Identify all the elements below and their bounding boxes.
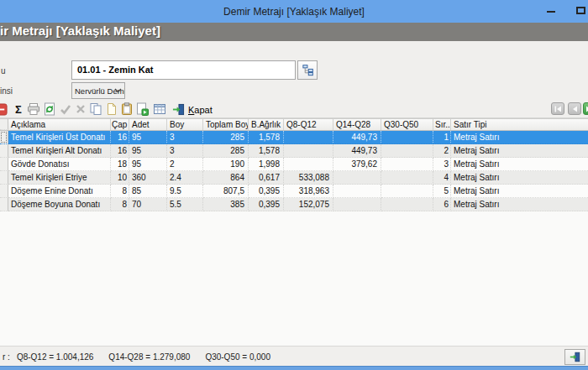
cell-q8-q12: 318,963 (284, 185, 333, 198)
window-title: Demir Metrajı [Yaklaşık Maliyet] (223, 6, 365, 18)
section-label-fragment: u (1, 66, 6, 76)
cell-sira: 5 (433, 185, 451, 198)
cell-boy: 2.4 (167, 171, 203, 185)
cell-aciklama: Döşeme Boyuna Donatı (8, 198, 111, 211)
section-input[interactable]: 01.01 - Zemin Kat (71, 60, 296, 80)
column-header-boy[interactable]: Boy (167, 119, 203, 130)
cell-sira: 4 (433, 171, 451, 185)
cell-adet: 95 (129, 144, 167, 158)
cell-adet: 85 (129, 185, 167, 198)
header-indicator-cell (0, 119, 8, 130)
column-header-b-agirlik[interactable]: B.Ağrlık (249, 119, 284, 130)
paste-button[interactable] (120, 102, 134, 116)
apply-button[interactable] (59, 102, 72, 116)
table-row[interactable]: Temel Kirişleri Alt Donatı 16 95 3 285 1… (0, 144, 588, 158)
cell-toplam-boy: 385 (203, 198, 249, 211)
section-browse-button[interactable] (297, 60, 318, 80)
cell-q14-q28: 449,73 (333, 131, 381, 144)
column-header-aciklama[interactable]: Açıklama (8, 119, 111, 130)
export-button[interactable] (135, 102, 149, 116)
cell-toplam-boy: 285 (203, 144, 249, 158)
page-header: ir Metrajı [Yaklaşık Maliyet] (0, 23, 588, 41)
cell-aciklama: Döşeme Enine Donatı (8, 185, 111, 198)
kapat-button[interactable]: Kapat (170, 102, 215, 117)
totals-prefix: r : (3, 352, 10, 362)
exit-door-icon (172, 103, 185, 116)
cancel-button[interactable] (74, 102, 87, 116)
close-panel-button[interactable] (564, 349, 585, 365)
total-q14-q28: Q14-Q28 = 1.279,080 (108, 352, 190, 362)
table-row[interactable]: Temel Kirişleri Üst Donatı 16 95 3 285 1… (0, 131, 588, 144)
table-row[interactable]: Döşeme Boyuna Donatı 8 70 5.5 385 0,395 … (0, 198, 588, 211)
new-page-icon (105, 102, 118, 116)
cell-cap: 8 (111, 198, 129, 211)
cell-sira: 6 (433, 198, 451, 211)
export-icon (135, 102, 149, 116)
table-button[interactable] (153, 102, 166, 116)
cell-toplam-boy: 807,5 (203, 185, 249, 198)
column-header-q8-q12[interactable]: Q8-Q12 (284, 119, 333, 130)
cell-adet: 95 (129, 158, 167, 171)
cell-q30-q50 (381, 158, 433, 171)
cell-b-agirlik: 0,395 (249, 198, 284, 211)
minimize-button[interactable] (544, 4, 558, 18)
row-indicator-cell (0, 144, 8, 158)
cell-q8-q12 (284, 131, 333, 144)
table-row[interactable]: Gövde Donatısı 18 95 2 190 1,998 379,62 … (0, 158, 588, 171)
maximize-button[interactable] (574, 4, 587, 18)
cell-satir-tipi: Metraj Satırı (451, 171, 588, 185)
cell-sira: 3 (433, 158, 451, 171)
table-row[interactable]: Döşeme Enine Donatı 8 85 9.5 807,5 0,395… (0, 185, 588, 198)
print-button[interactable] (27, 102, 40, 116)
cell-satir-tipi: Metraj Satırı (451, 198, 588, 211)
cell-q8-q12: 152,075 (284, 198, 333, 211)
paste-icon (120, 102, 134, 116)
cell-cap: 10 (111, 171, 129, 185)
copy-button[interactable] (89, 102, 102, 116)
page-title: ir Metrajı [Yaklaşık Maliyet] (0, 23, 160, 38)
apply-icon (59, 102, 72, 116)
table-row[interactable]: Temel Kirişleri Etriye 10 360 2.4 864 0,… (0, 171, 588, 185)
cell-q8-q12: 533,088 (284, 171, 333, 185)
demir-metraji-window: Demir Metrajı [Yaklaşık Maliyet] ir Metr… (0, 0, 588, 370)
previous-record-icon (572, 106, 578, 112)
kapat-label: Kapat (188, 105, 213, 115)
rebar-type-select[interactable]: Nervürlü Demir (71, 82, 125, 99)
cell-boy: 2 (167, 158, 203, 171)
row-indicator-cell (0, 131, 8, 144)
cell-q30-q50 (381, 144, 433, 158)
column-header-satir-tipi[interactable]: Satır Tipi (451, 119, 588, 130)
next-record-button[interactable] (583, 102, 588, 115)
cell-b-agirlik: 1,998 (249, 158, 284, 171)
toolbar: Σ (0, 101, 588, 118)
delete-button[interactable] (0, 102, 8, 116)
sum-button[interactable]: Σ (12, 102, 25, 116)
column-header-sira[interactable]: Sır... (433, 119, 451, 130)
column-header-toplam-boy[interactable]: Toplam Boy (203, 119, 249, 130)
chevron-down-icon (114, 88, 122, 93)
cell-cap: 8 (111, 185, 129, 198)
cell-q8-q12 (284, 158, 333, 171)
column-header-adet[interactable]: Adet (129, 119, 167, 130)
table-empty-area (0, 211, 588, 346)
column-header-cap[interactable]: Çap (111, 119, 129, 130)
column-header-q14-q28[interactable]: Q14-Q28 (333, 119, 381, 130)
first-record-button[interactable] (551, 102, 564, 115)
maximize-icon (576, 7, 585, 14)
previous-record-button[interactable] (568, 102, 581, 115)
cell-q14-q28: 379,62 (333, 158, 381, 171)
rebar-type-label-fragment: insi (0, 86, 13, 96)
table-rows: Temel Kirişleri Üst Donatı 16 95 3 285 1… (0, 131, 588, 211)
cell-satir-tipi: Metraj Satırı (451, 144, 588, 158)
exit-door-icon (570, 352, 580, 362)
column-header-q30-q50[interactable]: Q30-Q50 (381, 119, 433, 130)
cell-toplam-boy: 864 (203, 171, 249, 185)
cell-q14-q28 (333, 198, 381, 211)
cell-aciklama: Temel Kirişleri Etriye (8, 171, 111, 185)
cell-b-agirlik: 0,617 (249, 171, 284, 185)
cell-satir-tipi: Metraj Satırı (451, 185, 588, 198)
refresh-button[interactable] (43, 102, 56, 116)
new-page-button[interactable] (105, 102, 118, 116)
cell-toplam-boy: 285 (203, 131, 249, 144)
cell-boy: 9.5 (167, 185, 203, 198)
